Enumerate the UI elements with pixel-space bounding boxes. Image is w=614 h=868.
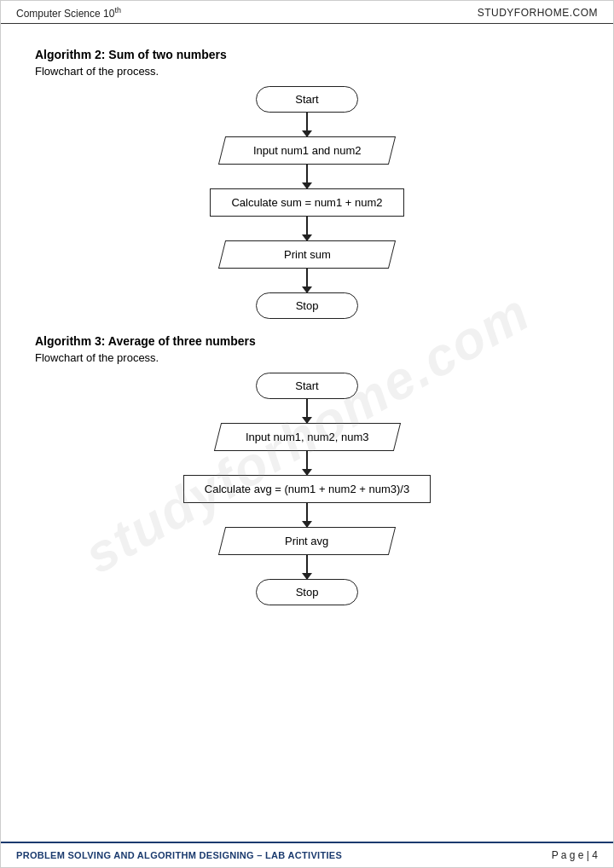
fc2-arrow1: [306, 113, 308, 136]
fc2-start: Start: [256, 86, 358, 113]
fc2-input: Input num1 and num2: [218, 136, 396, 165]
header-title: Computer Science 10th: [16, 6, 121, 20]
fc2-arrow4: [306, 269, 308, 292]
fc2-arrow3: [306, 217, 308, 240]
content: studyforhome.com Algorithm 2: Sum of two…: [1, 24, 613, 842]
fc3-input: Input num1, num2, num3: [214, 423, 401, 451]
page: Computer Science 10th STUDYFORHOME.COM s…: [0, 0, 614, 868]
flowchart2: Start Input num1 and num2 Calculate sum …: [35, 86, 579, 319]
fc3-output: Print avg: [218, 527, 396, 555]
fc2-output: Print sum: [218, 240, 396, 269]
fc2-arrow2: [306, 165, 308, 188]
footer: PROBLEM SOLVING AND ALGORITHM DESIGNING …: [1, 842, 613, 867]
fc3-arrow3: [306, 503, 308, 527]
algorithm2-title: Algorithm 2: Sum of two numbers: [35, 48, 579, 61]
fc2-process: Calculate sum = num1 + num2: [210, 188, 403, 217]
footer-left: PROBLEM SOLVING AND ALGORITHM DESIGNING …: [16, 850, 342, 860]
fc3-arrow4: [306, 555, 308, 579]
algorithm2-subtitle: Flowchart of the process.: [35, 65, 579, 78]
footer-right: P a g e | 4: [552, 849, 598, 861]
header-brand: STUDYFORHOME.COM: [478, 7, 598, 19]
header: Computer Science 10th STUDYFORHOME.COM: [1, 1, 613, 24]
fc3-process: Calculate avg = (num1 + num2 + num3)/3: [183, 475, 431, 503]
algorithm3-title: Algorithm 3: Average of three numbers: [35, 334, 579, 348]
fc3-arrow1: [306, 399, 308, 423]
flowchart3: Start Input num1, num2, num3 Calculate a…: [35, 373, 579, 605]
fc3-stop: Stop: [256, 579, 358, 605]
fc3-arrow2: [306, 451, 308, 475]
algorithm3-subtitle: Flowchart of the process.: [35, 351, 579, 364]
fc3-start: Start: [256, 373, 358, 399]
fc2-stop: Stop: [256, 292, 358, 319]
